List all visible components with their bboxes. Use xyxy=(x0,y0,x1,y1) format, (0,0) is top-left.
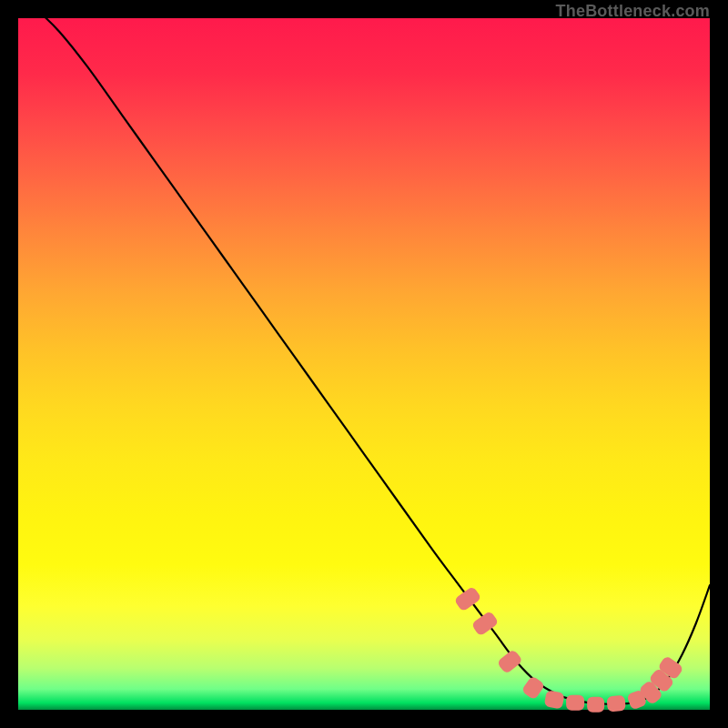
curve-marker xyxy=(496,649,522,674)
marker-layer xyxy=(18,18,710,710)
curve-marker xyxy=(607,695,626,712)
curve-marker xyxy=(566,695,584,711)
curve-marker xyxy=(587,697,605,713)
plot-area xyxy=(18,18,710,710)
curve-marker xyxy=(521,675,546,701)
curve-marker xyxy=(471,611,500,637)
chart-root: TheBottleneck.com xyxy=(0,0,728,728)
curve-marker xyxy=(454,586,482,612)
curve-marker xyxy=(544,691,565,710)
